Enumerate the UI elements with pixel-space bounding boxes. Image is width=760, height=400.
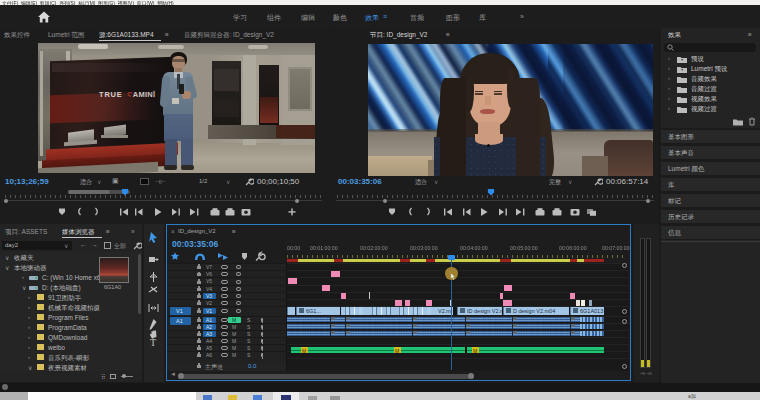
svg-text:T: T — [150, 337, 156, 346]
